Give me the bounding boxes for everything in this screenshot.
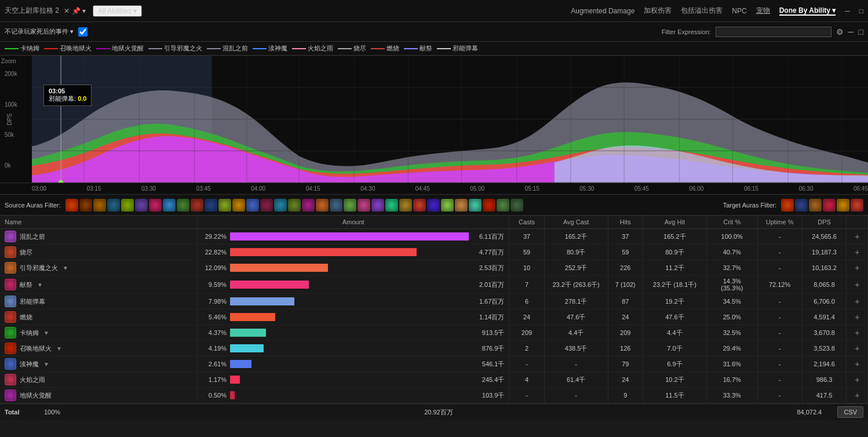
window-minimize-icon[interactable]: ─ [845, 7, 850, 15]
x-axis-label-6: 04:30 [360, 185, 375, 192]
expand-arrow-2[interactable]: ▼ [63, 265, 68, 271]
source-aura-icon-22[interactable] [358, 199, 370, 212]
source-aura-icon-16[interactable] [274, 199, 287, 212]
source-aura-icon-15[interactable] [260, 199, 273, 212]
row-casts-8: - [509, 356, 544, 372]
chart-main[interactable]: 03:05 邪能弹幕: 0.0 [32, 56, 868, 183]
source-aura-icon-7[interactable] [149, 199, 162, 212]
pin-icon[interactable]: 📌 ▾ [72, 7, 86, 15]
source-aura-icon-13[interactable] [232, 199, 245, 212]
target-aura-icon-6[interactable] [851, 199, 863, 212]
plus-btn-4[interactable]: + [852, 297, 862, 306]
minimize-icon[interactable]: ─ [848, 27, 854, 37]
row-dps-10: 417.5 [802, 388, 847, 403]
plus-btn-3[interactable]: + [852, 280, 862, 289]
row-dps-0: 24,565.6 [802, 229, 847, 245]
row-avg-hit-10: 11.5千 [643, 388, 706, 403]
source-aura-icon-17[interactable] [288, 199, 301, 212]
filter-events-checkbox[interactable] [78, 27, 87, 37]
target-aura-icon-4[interactable] [823, 199, 836, 212]
row-amount-3: 9.59%2.01百万 [198, 276, 509, 294]
source-aura-icon-27[interactable] [427, 199, 440, 212]
source-aura-icon-31[interactable] [483, 199, 495, 212]
source-aura-icon-24[interactable] [385, 199, 398, 212]
expand-arrow-7[interactable]: ▼ [56, 345, 62, 352]
source-aura-icon-20[interactable] [330, 199, 342, 212]
row-avg-cast-4: 278.1千 [544, 294, 608, 309]
source-aura-icon-28[interactable] [441, 199, 454, 212]
legend-line-3 [148, 48, 162, 49]
expand-arrow-6[interactable]: ▼ [43, 330, 49, 336]
baohanyichu-btn[interactable]: 包括溢出伤害 [681, 6, 723, 16]
source-aura-icon-30[interactable] [469, 199, 482, 212]
source-auras-label: Source Auras Filter: [5, 202, 61, 209]
source-aura-icon-21[interactable] [344, 199, 356, 212]
x-axis-label-15: 06:45 [854, 185, 868, 192]
augmented-damage-btn[interactable]: Augmented Damage [571, 7, 634, 15]
window-maximize-icon[interactable]: □ [859, 7, 863, 15]
amount-text-8: 546.1千 [472, 360, 504, 369]
expand-arrow-8[interactable]: ▼ [43, 361, 49, 367]
bar-fill-1 [230, 248, 417, 256]
source-aura-icon-19[interactable] [316, 199, 329, 212]
source-aura-icon-3[interactable] [93, 199, 106, 212]
target-aura-icon-1[interactable] [781, 199, 794, 212]
spell-icon-3 [5, 279, 16, 290]
source-aura-icon-12[interactable] [218, 199, 231, 212]
source-aura-icon-23[interactable] [371, 199, 384, 212]
source-aura-icon-2[interactable] [79, 199, 92, 212]
close-icon[interactable]: ✕ [64, 7, 70, 15]
row-crit-5: 25.0% [706, 309, 757, 325]
expand-arrow-3[interactable]: ▼ [37, 282, 43, 288]
source-aura-icon-4[interactable] [107, 199, 120, 212]
maximize-icon[interactable]: □ [859, 27, 863, 37]
source-aura-icon-9[interactable] [177, 199, 189, 212]
source-aura-icon-25[interactable] [399, 199, 412, 212]
legend-label-8: 燃烧 [386, 44, 399, 53]
plus-btn-6[interactable]: + [852, 328, 862, 337]
aura-filter-bar: Source Auras Filter: [0, 195, 868, 216]
settings-icon[interactable]: ⚙ [836, 27, 844, 37]
plus-btn-10[interactable]: + [852, 391, 862, 400]
source-aura-icon-18[interactable] [302, 199, 315, 212]
filter-expression-input[interactable] [716, 27, 831, 37]
source-aura-icon-32[interactable] [497, 199, 509, 212]
plus-btn-7[interactable]: + [852, 344, 862, 353]
done-by-ability-btn[interactable]: Done By Ability ▾ [779, 6, 836, 16]
source-aura-icon-5[interactable] [121, 199, 134, 212]
source-aura-icon-29[interactable] [455, 199, 468, 212]
pct-3: 9.59% [202, 281, 227, 288]
topbar: 天空上尉库拉格 2 ✕ 📌 ▾ All Abilities ▾ Augmente… [0, 0, 868, 22]
target-aura-icon-3[interactable] [809, 199, 822, 212]
row-crit-10: 33.3% [706, 388, 757, 403]
row-casts-6: 209 [509, 325, 544, 341]
plus-btn-9[interactable]: + [852, 375, 862, 384]
source-aura-icon-33[interactable] [510, 199, 523, 212]
chongwu-btn[interactable]: 宠物 [756, 6, 770, 16]
plus-btn-1[interactable]: + [852, 247, 862, 257]
source-aura-icon-26[interactable] [413, 199, 426, 212]
target-aura-icon-2[interactable] [795, 199, 808, 212]
source-aura-icon-10[interactable] [191, 199, 203, 212]
source-aura-icon-11[interactable] [205, 199, 217, 212]
row-dps-1: 19,187.3 [802, 245, 847, 260]
jiaquan-btn[interactable]: 加权伤害 [644, 6, 672, 16]
source-aura-icon-1[interactable] [65, 199, 78, 212]
abilities-dropdown[interactable]: All Abilities ▾ [93, 5, 142, 17]
csv-button[interactable]: CSV [837, 406, 863, 418]
source-aura-icon-8[interactable] [163, 199, 176, 212]
source-aura-icon-6[interactable] [135, 199, 148, 212]
source-aura-icon-14[interactable] [246, 199, 259, 212]
legend-label-4: 混乱之前 [223, 44, 248, 53]
plus-btn-2[interactable]: + [852, 263, 862, 272]
plus-btn-0[interactable]: + [852, 232, 862, 241]
plus-btn-5[interactable]: + [852, 312, 862, 322]
row-casts-2: 10 [509, 260, 544, 276]
plus-btn-8[interactable]: + [852, 359, 862, 369]
bar-fill-8 [230, 360, 251, 368]
row-name-9: 火焰之雨 [0, 372, 198, 388]
row-uptime-1: - [757, 245, 802, 260]
spell-name-9: 火焰之雨 [20, 376, 45, 384]
npc-btn[interactable]: NPC [732, 7, 746, 15]
target-aura-icon-5[interactable] [837, 199, 849, 212]
